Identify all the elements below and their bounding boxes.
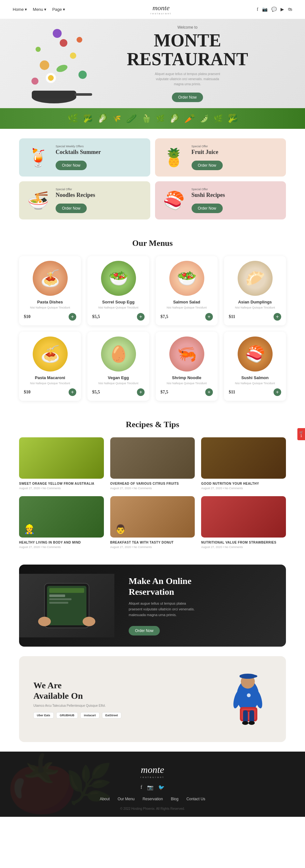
hero-welcome: Welcome to: [177, 25, 197, 30]
pasta-macaroni-image: 🍝: [33, 337, 68, 372]
promo-noodles-text: Special Offer Noodles Recipes Order Now: [56, 188, 144, 213]
add-vegan-egg-button[interactable]: +: [137, 389, 144, 396]
available-text: We Are Available On Utamco Arcu Taleculu…: [33, 680, 217, 718]
available-description: Utamco Arcu Taleculua Pellentesque Quisq…: [33, 704, 217, 707]
svg-point-21: [82, 617, 95, 626]
promo-card-noodles: 🍜 Special Offer Noodles Recipes Order No…: [19, 181, 150, 219]
facebook-icon[interactable]: f: [257, 7, 258, 12]
hero-section: Welcome to MONTE RESTAURANT Aliquet augu…: [0, 19, 305, 129]
add-shrimp-noodle-button[interactable]: +: [205, 389, 213, 396]
promo-card-cocktails: 🍹 Special Weekly Offers Cocktails Summer…: [19, 138, 150, 177]
reservation-order-button[interactable]: Order Now: [129, 626, 160, 636]
add-pasta-macaroni-button[interactable]: +: [69, 389, 76, 396]
recipe-orange[interactable]: Sweet Orange Yellow From Australia Augus…: [19, 437, 104, 490]
menus-title: Our Menus: [19, 239, 286, 248]
menus-section: Our Menus 🍝 Pasta Dishes Nisi Nafeque Qu…: [0, 229, 305, 410]
recipe-breakfast[interactable]: 👨 Breakfast Tea With Tasty Donut August …: [110, 496, 195, 549]
promo-sushi-order-button[interactable]: Order Now: [192, 204, 223, 213]
hero-title: MONTE RESTAURANT: [127, 31, 248, 69]
veggie-9: 🥕: [184, 113, 195, 124]
recipe-strawberries-image: [201, 496, 286, 537]
footer-facebook-icon[interactable]: f: [140, 784, 142, 790]
nav-link-home[interactable]: Home ▾: [13, 7, 27, 12]
svg-point-26: [252, 675, 257, 678]
recipe-healthy[interactable]: 👷 Healthy Living In Body And Mind August…: [19, 496, 104, 549]
svg-point-3: [40, 60, 49, 70]
whatsapp-icon[interactable]: 💬: [271, 7, 277, 12]
menu-item-shrimp-noodle: 🦐 Shrimp Noodle Nisi Nafeque Quisque Tin…: [156, 332, 217, 401]
instagram-icon[interactable]: 📷: [262, 7, 268, 12]
footer-instagram-icon[interactable]: 📷: [147, 784, 154, 790]
menu-item-sorrel-soup: 🥗 Sorrel Soup Egg Nisi Nafeque Quisque T…: [88, 256, 149, 326]
shrimp-noodle-image: 🦐: [169, 337, 204, 372]
veggie-2: 🥦: [83, 114, 93, 123]
footer-link-contact[interactable]: Contact Us: [187, 797, 205, 801]
add-asian-dumplings-button[interactable]: +: [274, 313, 281, 320]
recipe-citrus[interactable]: Overhead Of Various Citrus Fruits August…: [110, 437, 195, 490]
hero-description: Aliquet augue tellus ut tempus platea pr…: [152, 71, 223, 87]
grubhub-logo: GRUBHUB: [56, 712, 78, 718]
floating-cart[interactable]: 🛒 1: [297, 428, 305, 440]
svg-rect-2: [75, 93, 92, 96]
svg-rect-16: [49, 588, 84, 593]
veggie-7: 🌿: [156, 115, 165, 123]
svg-point-35: [248, 721, 255, 725]
recipe-orange-image: [19, 437, 104, 479]
add-pasta-dishes-button[interactable]: +: [69, 313, 76, 320]
promo-noodles-order-button[interactable]: Order Now: [56, 204, 87, 213]
eatstreet-logo: EatStreet: [102, 712, 122, 718]
promo-fruit-order-button[interactable]: Order Now: [192, 161, 223, 170]
recipe-healthy-image: 👷: [19, 496, 104, 537]
menu-grid: 🍝 Pasta Dishes Nisi Nafeque Quisque Tinc…: [19, 256, 286, 401]
nav-link-page[interactable]: Page ▾: [52, 7, 65, 12]
menu-item-vegan-egg: 🥚 Vegan Egg Nisi Nafeque Quisque Tincidu…: [88, 332, 149, 401]
promo-card-sushi: 🍣 Special Offer Sushi Recipes Order Now: [155, 181, 286, 219]
promo-sushi-image: 🍣: [161, 190, 187, 211]
veggie-3: 🥬: [98, 114, 108, 123]
reservation-tablet-image: [19, 574, 114, 638]
promo-noodles-image: 🍜: [26, 190, 51, 211]
footer-nav-links: About Our Menu Reservation Blog Contact …: [19, 797, 286, 801]
tablet-illustration: [35, 580, 99, 631]
recipe-strawberries[interactable]: Nutritional Value From Strawberries Augu…: [201, 496, 286, 549]
recipe-nutrition-image: [201, 437, 286, 479]
nav-logo: monte restaurant: [150, 4, 172, 15]
footer-link-menu[interactable]: Our Menu: [117, 797, 134, 801]
available-title: We Are Available On: [33, 680, 217, 701]
salmon-salad-image: 🥗: [169, 261, 204, 296]
nav-left: Home ▾ Menu ▾ Page ▾: [13, 7, 65, 12]
add-sorrel-soup-button[interactable]: +: [137, 313, 144, 320]
footer-logo: monte: [19, 764, 286, 775]
promo-cocktails-order-button[interactable]: Order Now: [56, 161, 87, 170]
reservation-text: Make An Online Reservation Aliquet augue…: [114, 564, 213, 647]
footer-twitter-icon[interactable]: 🐦: [158, 784, 165, 790]
veggie-12: 🥦: [228, 114, 238, 123]
delivery-person-image: [224, 667, 272, 731]
sorrel-soup-image: 🥗: [101, 261, 136, 296]
nav-link-menu[interactable]: Menu ▾: [33, 7, 46, 12]
footer-link-reservation[interactable]: Reservation: [143, 797, 163, 801]
footer-link-blog[interactable]: Blog: [171, 797, 178, 801]
youtube-icon[interactable]: ▶: [280, 7, 284, 12]
reservation-description: Aliquet augue tellus ut tempus platea pr…: [129, 601, 199, 618]
menu-item-sushi-salmon: 🍣 Sushi Salmon Nisi Nafeque Quisque Tinc…: [224, 332, 286, 401]
add-sushi-salmon-button[interactable]: +: [274, 389, 281, 396]
pasta-dishes-image: 🍝: [33, 261, 68, 296]
veggie-4: 🌾: [112, 115, 121, 123]
svg-rect-33: [249, 710, 254, 723]
footer-copyright: © 2022 Hosting Phoenix. All Rights Reser…: [19, 807, 286, 810]
add-salmon-salad-button[interactable]: +: [205, 313, 213, 320]
footer-link-about[interactable]: About: [100, 797, 110, 801]
reservation-title: Make An Online Reservation: [129, 576, 199, 597]
recipe-nutrition[interactable]: Good Nutrition Your Healthy August 27, 2…: [201, 437, 286, 490]
hero-order-button[interactable]: Order Now: [172, 93, 203, 102]
shop-icon[interactable]: 🛍: [288, 7, 292, 12]
svg-point-10: [78, 71, 87, 79]
footer-social-links: f 📷 🐦: [19, 784, 286, 790]
svg-point-5: [70, 53, 76, 59]
svg-point-36: [247, 693, 251, 697]
svg-rect-17: [49, 594, 65, 597]
footer-logo-sub: restaurant: [19, 776, 286, 779]
promo-card-fruit: 🍍 Special Offer Fruit Juice Order Now: [155, 138, 286, 177]
recipes-grid: Sweet Orange Yellow From Australia Augus…: [19, 437, 286, 549]
